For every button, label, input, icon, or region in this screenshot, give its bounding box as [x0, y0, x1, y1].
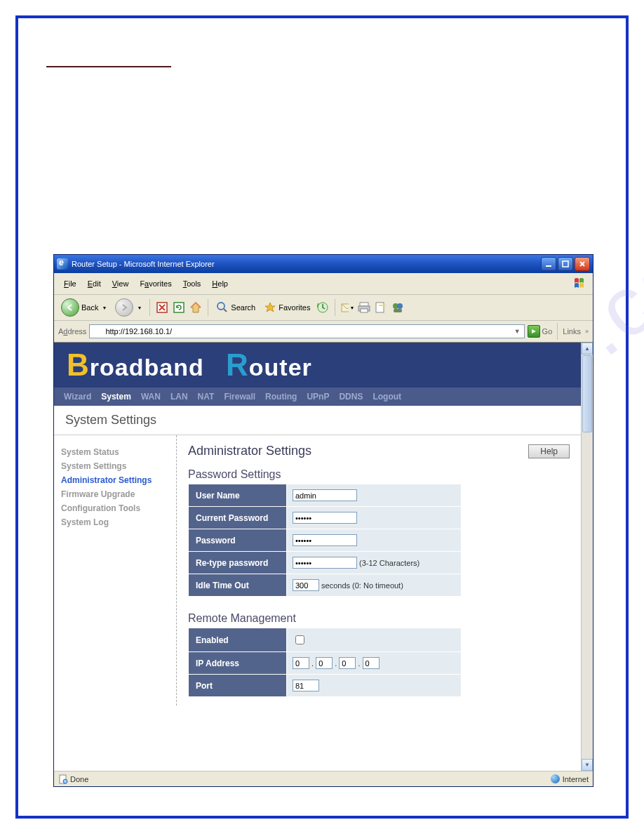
nav-routing[interactable]: Routing	[265, 392, 297, 402]
chevron-down-icon[interactable]: ▼	[137, 305, 142, 310]
idle-hint: seconds (0: No timeout)	[321, 581, 403, 590]
nav-system[interactable]: System	[101, 392, 131, 402]
edit-button[interactable]	[374, 300, 388, 315]
svg-point-16	[63, 779, 67, 783]
scroll-down-button[interactable]: ▼	[582, 759, 593, 771]
favorites-label: Favorites	[279, 303, 310, 312]
svg-rect-11	[379, 305, 386, 306]
sidebar-item-configuration-tools[interactable]: Configuration Tools	[61, 501, 169, 515]
refresh-button[interactable]	[172, 300, 186, 315]
stop-button[interactable]	[155, 300, 169, 315]
nav-ddns[interactable]: DDNS	[339, 392, 363, 402]
menu-edit[interactable]: Edit	[82, 278, 107, 289]
brand-word2: outer	[249, 354, 312, 380]
retype-hint: (3-12 Characters)	[359, 559, 420, 567]
ip-octet-1[interactable]	[293, 657, 309, 669]
label-enabled: Enabled	[189, 628, 287, 652]
enabled-checkbox[interactable]	[295, 635, 304, 644]
titlebar[interactable]: Router Setup - Microsoft Internet Explor…	[54, 255, 593, 273]
label-port: Port	[189, 675, 287, 697]
section-password-settings: Password Settings	[188, 468, 570, 481]
messenger-button[interactable]	[391, 300, 405, 315]
globe-icon	[551, 774, 560, 783]
svg-point-13	[397, 303, 403, 309]
links-expand-icon[interactable]: »	[585, 328, 589, 335]
nav-lan[interactable]: LAN	[170, 392, 188, 402]
menu-file[interactable]: File	[58, 278, 82, 289]
print-button[interactable]	[357, 300, 371, 315]
minimize-button[interactable]	[541, 257, 556, 271]
home-button[interactable]	[189, 300, 203, 315]
svg-rect-1	[563, 261, 568, 267]
ip-octet-2[interactable]	[316, 657, 333, 669]
svg-rect-9	[361, 309, 368, 312]
sidebar-item-administrator-settings[interactable]: Administrator Settings	[61, 473, 169, 487]
ie-page-icon	[93, 326, 102, 336]
retype-password-input[interactable]	[293, 557, 357, 569]
search-label: Search	[231, 303, 255, 312]
sidebar-item-system-settings[interactable]: System Settings	[61, 459, 169, 473]
nav-upnp[interactable]: UPnP	[307, 392, 329, 402]
menu-help[interactable]: Help	[206, 278, 234, 289]
forward-button[interactable]: ▼	[112, 297, 145, 318]
url-input[interactable]	[104, 327, 511, 336]
go-button[interactable]: Go	[528, 325, 553, 338]
toolbar: Back ▼ ▼	[54, 295, 593, 321]
nav-firewall[interactable]: Firewall	[224, 392, 255, 402]
password-settings-table: User Name Current Password Password	[188, 484, 462, 597]
links-label[interactable]: Links	[563, 327, 581, 336]
label-ip-address: IP Address	[189, 652, 287, 675]
sidebar: System Status System Settings Administra…	[54, 435, 177, 706]
router-header: Broadband Router	[54, 343, 581, 388]
label-password: Password	[189, 529, 287, 552]
nav-wizard[interactable]: Wizard	[64, 392, 91, 402]
url-input-wrap[interactable]: ▼	[89, 324, 524, 338]
chevron-down-icon[interactable]: ▼	[350, 305, 355, 310]
maximize-button[interactable]	[558, 257, 573, 271]
go-label: Go	[542, 327, 553, 336]
url-dropdown-icon[interactable]: ▼	[512, 328, 523, 335]
chevron-down-icon[interactable]: ▼	[102, 305, 107, 310]
username-input[interactable]	[293, 489, 357, 501]
scroll-up-button[interactable]: ▲	[582, 343, 593, 355]
content-area: Broadband Router Wizard System WAN LAN N…	[54, 343, 581, 771]
svg-rect-10	[376, 303, 384, 312]
vertical-scrollbar[interactable]: ▲ ▼	[581, 343, 593, 771]
menu-tools[interactable]: Tools	[177, 278, 207, 289]
label-username: User Name	[189, 484, 287, 507]
password-input[interactable]	[293, 534, 357, 546]
sidebar-item-firmware-upgrade[interactable]: Firmware Upgrade	[61, 487, 169, 501]
remote-management-table: Enabled IP Address . . .	[188, 628, 462, 697]
sidebar-item-system-log[interactable]: System Log	[61, 515, 169, 529]
status-zone: Internet	[563, 775, 589, 783]
label-retype-password: Re-type password	[189, 552, 287, 574]
idle-timeout-input[interactable]	[293, 579, 319, 591]
horizontal-rule	[46, 66, 171, 67]
ip-octet-4[interactable]	[363, 657, 380, 669]
main-heading: Administrator Settings	[188, 444, 311, 458]
nav-nat[interactable]: NAT	[198, 392, 215, 402]
section-remote-management: Remote Management	[188, 612, 570, 625]
ie-icon	[57, 258, 68, 270]
back-button[interactable]: Back ▼	[58, 297, 109, 318]
search-button[interactable]: Search	[213, 300, 258, 315]
menu-view[interactable]: View	[107, 278, 135, 289]
status-text: Done	[70, 775, 88, 783]
svg-rect-0	[546, 265, 551, 267]
page-icon	[58, 774, 68, 784]
port-input[interactable]	[293, 680, 319, 691]
close-button[interactable]	[575, 257, 590, 271]
scroll-thumb[interactable]	[582, 355, 592, 432]
sidebar-item-system-status[interactable]: System Status	[61, 445, 169, 459]
help-button[interactable]: Help	[528, 444, 570, 458]
current-password-input[interactable]	[293, 512, 357, 524]
mail-button[interactable]: ▼	[340, 300, 354, 315]
ip-octet-3[interactable]	[339, 657, 356, 669]
nav-logout[interactable]: Logout	[373, 392, 401, 402]
menu-favorites[interactable]: Favorites	[134, 278, 177, 289]
windows-logo-icon	[572, 275, 589, 292]
page-title: System Settings	[54, 406, 581, 435]
favorites-button[interactable]: Favorites	[261, 300, 313, 315]
nav-wan[interactable]: WAN	[141, 392, 161, 402]
history-button[interactable]	[316, 300, 330, 315]
